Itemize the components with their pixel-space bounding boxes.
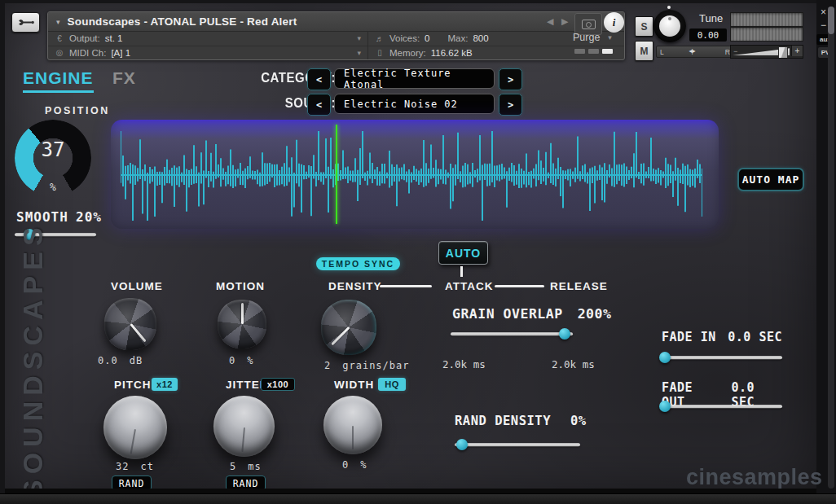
auto-attack-button[interactable]: AUTO — [438, 241, 488, 265]
mute-button[interactable]: M — [635, 41, 653, 61]
dropdown-icon: ▾ — [608, 33, 612, 42]
memory-value: 116.62 kB — [431, 48, 473, 58]
jitter-value: 5ms — [230, 461, 262, 472]
tab-fx[interactable]: FX — [112, 68, 136, 88]
fade-out-slider[interactable] — [660, 401, 782, 412]
volume-plus-button[interactable]: + — [791, 46, 803, 56]
slider-handle[interactable] — [559, 328, 570, 340]
slider-track[interactable] — [660, 405, 782, 408]
prev-instrument-icon[interactable]: ◀ — [547, 16, 553, 27]
slider-track[interactable] — [660, 356, 782, 359]
instrument-title-row[interactable]: ▾ Soundscapes - ATONAL PULSE - Red Alert — [48, 12, 624, 32]
fade-in-readout: FADE IN 0.0 SEC — [662, 330, 782, 344]
minimize-icon[interactable]: − — [821, 20, 826, 31]
level-meter-left — [730, 12, 803, 27]
output-selector[interactable]: € Output: st. 1 ▾ — [48, 32, 367, 46]
slider-handle[interactable] — [659, 401, 671, 412]
fade-in-label: FADE IN — [662, 330, 716, 344]
waveform-display[interactable] — [111, 120, 719, 229]
rack-right-column: × − aux PV — [816, 0, 836, 504]
auto-map-button[interactable]: AUTO MAP — [737, 168, 804, 191]
rand-density-slider[interactable] — [455, 439, 580, 450]
width-knob[interactable] — [323, 396, 382, 454]
midi-channel-selector[interactable]: ◎ MIDI Ch: [A] 1 ▾ — [48, 46, 367, 60]
density-knob[interactable] — [321, 300, 376, 355]
position-value: 37 — [15, 138, 91, 161]
camera-icon — [582, 20, 596, 29]
rand-density-readout: RAND DENSITY 0% — [455, 414, 587, 428]
pan-slider[interactable]: L ◂|▸ R — [656, 46, 734, 58]
rack-scrollbar[interactable] — [828, 7, 834, 489]
playhead-line — [336, 125, 337, 224]
wrench-icon — [18, 17, 34, 28]
density-attack-line — [380, 285, 432, 287]
jitter-range-badge[interactable]: x100 — [261, 378, 295, 391]
pitch-range-badge[interactable]: x12 — [152, 378, 178, 391]
knob-pointer — [352, 426, 354, 449]
memory-icon: ▯ — [375, 48, 385, 57]
pitch-knob[interactable] — [103, 396, 167, 459]
kontakt-window: ▾ Soundscapes - ATONAL PULSE - Red Alert… — [0, 0, 836, 504]
dropdown-icon[interactable]: ▾ — [357, 34, 361, 42]
next-instrument-icon[interactable]: ▶ — [561, 16, 568, 27]
motion-label: MOTION — [216, 280, 265, 292]
knob-pointer — [130, 428, 136, 454]
instrument-header: ▾ Soundscapes - ATONAL PULSE - Red Alert… — [47, 11, 625, 60]
motion-value: 0% — [229, 355, 253, 366]
sound-prev-button[interactable]: < — [307, 94, 331, 116]
dropdown-icon[interactable]: ▾ — [357, 49, 361, 57]
sound-next-button[interactable]: > — [499, 94, 522, 116]
grain-overlap-readout: GRAIN OVERLAP 200% — [452, 306, 611, 322]
density-value: 2grains/bar — [324, 360, 409, 371]
voices-icon: ♬ — [375, 34, 385, 43]
meter-segment — [602, 49, 613, 54]
tempo-sync-button[interactable]: TEMPO SYNC — [316, 257, 400, 270]
category-value-box[interactable]: Electric Texture Atonal — [334, 68, 495, 89]
rand-density-label: RAND DENSITY — [455, 414, 551, 428]
memory-label: Memory: — [389, 48, 426, 58]
rand-density-value: 0% — [570, 414, 587, 428]
volume-handle[interactable] — [778, 46, 788, 59]
output-volume-slider[interactable]: − + — [730, 45, 803, 59]
slider-handle[interactable] — [456, 439, 468, 450]
volume-value: 0.0dB — [98, 355, 143, 366]
meter-segment — [588, 49, 599, 54]
category-prev-button[interactable]: < — [307, 68, 331, 90]
edit-wrench-button[interactable] — [11, 12, 40, 33]
knob-pointer — [241, 427, 245, 452]
tune-led — [667, 6, 671, 9]
pitch-value: 32ct — [116, 461, 154, 472]
volume-knob[interactable] — [104, 298, 156, 350]
volume-label: VOLUME — [111, 280, 163, 292]
tune-knob-marker — [668, 17, 671, 20]
soundscapes-vertical-logo: SOUNDSCAPES — [15, 243, 51, 498]
tab-engine[interactable]: ENGINE — [23, 68, 94, 93]
width-value: 0% — [342, 459, 367, 471]
attack-release-line — [495, 285, 544, 287]
sound-value-box[interactable]: Electric Noise 02 — [334, 94, 495, 114]
jitter-knob[interactable] — [213, 396, 275, 457]
tune-knob[interactable] — [653, 10, 686, 42]
release-label: RELEASE — [550, 280, 608, 292]
midi-icon: ◎ — [55, 48, 64, 57]
info-button[interactable]: i — [604, 12, 624, 33]
info-icon: i — [613, 16, 616, 29]
slider-track[interactable] — [455, 443, 580, 446]
release-value: 2.0k ms — [552, 358, 595, 370]
purge-menu[interactable]: Purge ▾ — [573, 32, 625, 43]
fade-in-slider[interactable] — [660, 352, 782, 363]
purge-status-meters — [574, 49, 613, 54]
instrument-title: Soundscapes - ATONAL PULSE - Red Alert — [68, 15, 297, 28]
grain-overlap-slider[interactable] — [451, 328, 573, 340]
slider-handle[interactable] — [659, 352, 671, 363]
motion-knob[interactable] — [218, 300, 266, 348]
scrollbar-thumb[interactable] — [828, 7, 834, 34]
solo-button[interactable]: S — [635, 16, 653, 37]
close-icon[interactable]: × — [821, 7, 826, 18]
tune-value-display[interactable]: 0.00 — [689, 28, 727, 42]
category-next-button[interactable]: > — [499, 68, 522, 90]
width-hq-badge[interactable]: HQ — [378, 378, 406, 391]
slider-track[interactable] — [451, 332, 573, 335]
max-value: 800 — [473, 33, 488, 43]
collapse-icon[interactable]: ▾ — [56, 18, 60, 26]
